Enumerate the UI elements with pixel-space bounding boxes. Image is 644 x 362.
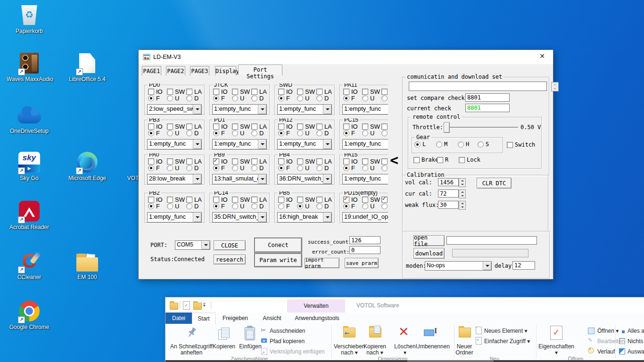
clr-dtc-button[interactable]: CLR DTC [477,178,512,189]
pin-func-select[interactable]: 1:empty_func [212,139,267,149]
checkbox-LA[interactable]: LA [186,123,202,130]
taskbar-active-app[interactable] [407,360,494,362]
qat-customize-icon[interactable]: ▾ [203,303,206,307]
tab-datei[interactable]: Datei [165,313,192,324]
chevron-down-icon[interactable] [201,241,210,249]
comm-combo[interactable] [409,82,547,91]
calibration-row-field[interactable]: 30 [438,201,459,209]
pin-func-select[interactable]: 16:high_break [277,212,332,222]
import-param-button[interactable]: import prarm [305,258,339,268]
checkbox-LA[interactable]: LA [381,196,388,203]
save-param-button[interactable]: save prarm [345,258,379,268]
chevron-down-icon[interactable] [483,262,491,270]
research-button[interactable]: research [214,255,246,264]
throttle-slider-thumb[interactable] [444,122,450,133]
gear-radio-H[interactable]: H [458,141,469,148]
desktop-icon-acrobat-reader[interactable]: ↗Acrobat Reader [7,200,52,230]
checkbox-SW[interactable]: SW [232,88,250,95]
radio-U[interactable]: U [167,130,179,137]
pin-func-select[interactable]: 19:undef_IO_opt [342,212,388,222]
checkbox-IO[interactable]: IO [148,123,163,130]
radio-F[interactable]: F [278,95,290,102]
radio-U[interactable]: U [167,165,179,172]
checkbox-IO[interactable]: IO [343,158,358,165]
radio-D[interactable]: D [381,95,388,102]
radio-D[interactable]: D [251,165,264,172]
throttle-slider-track[interactable] [450,127,518,128]
radio-F[interactable]: F [148,130,160,137]
checkbox-LA[interactable]: LA [316,123,332,130]
tab-page3[interactable]: PAGE3 [190,66,209,75]
chevron-down-icon[interactable] [323,213,331,222]
radio-F[interactable]: F [213,165,225,172]
radio-D[interactable]: D [381,203,388,210]
pin-func-select[interactable]: 1:empty_func [342,174,388,184]
chevron-down-icon[interactable] [193,213,201,222]
pin-func-select[interactable]: 1:empty_func [147,139,202,149]
tab-freigeben[interactable]: Freigeben [215,313,255,324]
checkbox-SW[interactable]: SW [232,123,250,130]
radio-U[interactable]: U [232,203,244,210]
checkbox-IO[interactable]: IO [278,88,293,95]
radio-F[interactable]: F [343,165,355,172]
checkbox-IO[interactable]: IO [148,158,163,165]
chevron-down-icon[interactable] [258,174,266,184]
properties-quick-icon[interactable]: ✓ [183,301,190,310]
radio-U[interactable]: U [362,130,374,137]
pin-func-select[interactable]: 36:DRN_switch_F [277,174,332,184]
radio-F[interactable]: F [213,95,225,102]
checkbox-SW[interactable]: SW [362,88,380,95]
desktop-icon-onedrive-setup[interactable]: OneDriveSetup [7,104,52,134]
radio-F[interactable]: F [278,130,290,137]
checkbox-LA[interactable]: LA [251,88,267,95]
tab-port-settings[interactable]: Port Settings [238,65,282,75]
checkbox-LA[interactable]: LA [381,88,388,95]
lock-checkbox[interactable]: Lock [459,156,480,163]
checkbox-SW[interactable]: SW [297,123,315,130]
checkbox-IO[interactable]: IO [278,123,293,130]
pin-func-select[interactable]: 1:empty_func [147,212,202,222]
tab-ansicht[interactable]: Ansicht [255,313,289,324]
pin-func-select[interactable]: 1:empty_func [277,104,332,115]
checkbox-LA[interactable]: LA [316,88,332,95]
radio-F[interactable]: F [148,95,160,102]
tab-page1[interactable]: PAGE1 [142,66,161,75]
open-file-button[interactable]: open file [413,235,445,246]
pin-func-select[interactable]: 1:empty_func [277,139,332,149]
delay-field[interactable]: 12 [512,261,535,270]
checkbox-LA[interactable]: LA [381,123,388,130]
checkbox-IO[interactable]: IO [343,88,358,95]
tab-page2[interactable]: PAGE2 [166,66,185,75]
pin-func-select[interactable]: 1:empty_func [342,104,388,115]
radio-U[interactable]: U [297,130,309,137]
success-count-field[interactable]: 126 [349,236,380,244]
port-select[interactable]: COM5 [175,240,210,250]
radio-F[interactable]: F [343,130,355,137]
radio-U[interactable]: U [362,203,374,210]
checkbox-SW[interactable]: SW [167,88,185,95]
checkbox-IO[interactable]: IO [148,88,163,95]
download-button[interactable]: download [413,248,445,259]
checkbox-IO[interactable]: IO [148,196,163,203]
radio-U[interactable]: U [167,203,179,210]
checkbox-IO[interactable]: IO [278,196,293,203]
tab-display[interactable]: Display [215,66,236,75]
pin-func-select[interactable]: 35:DRN_switch_D [212,212,267,222]
desktop-icon-google-chrome[interactable]: ↗Google Chrome [7,300,52,330]
radio-D[interactable]: D [186,165,198,172]
radio-D[interactable]: D [316,203,329,210]
gear-radio-M[interactable]: M [436,141,447,148]
desktop-icon-sky-go[interactable]: sky▶↗Sky Go [7,151,52,181]
radio-U[interactable]: U [232,165,244,172]
checkbox-SW[interactable]: SW [297,196,315,203]
radio-F[interactable]: F [213,203,225,210]
calibration-row-spinner[interactable] [459,201,466,210]
desktop-icon-waves-maxxaudio[interactable]: ↗Waves MaxxAudio [7,52,52,82]
checkbox-SW[interactable]: SW [362,196,380,203]
folder-icon[interactable] [170,303,178,310]
radio-D[interactable]: D [186,203,198,210]
close-port-button[interactable]: CLOSE [214,240,246,250]
desktop-icon-libreoffice[interactable]: ↗LibreOffice 5.4 [65,52,110,82]
radio-U[interactable]: U [297,95,309,102]
chevron-down-icon[interactable] [258,140,266,149]
